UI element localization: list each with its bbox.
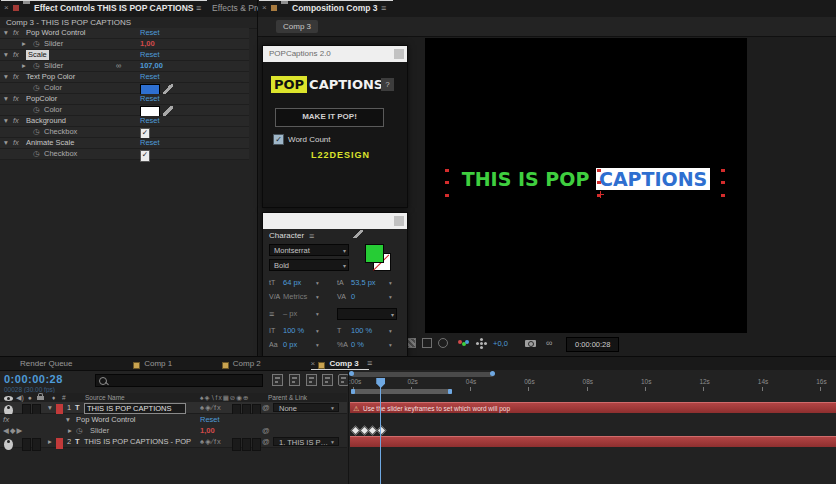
twirl-down-icon[interactable]: ▾ — [4, 50, 8, 60]
magnification-icon[interactable] — [438, 338, 448, 348]
timeline-timecode[interactable]: 0:00:00:28 — [4, 373, 63, 385]
reset-link[interactable]: Reset — [140, 28, 160, 38]
constrain-link-icon[interactable]: ∞ — [116, 61, 120, 71]
effect-row-animate-scale[interactable]: ▾fxAnimate ScaleReset — [0, 138, 249, 149]
selection-handle[interactable] — [445, 194, 449, 197]
selection-handle[interactable] — [445, 181, 449, 184]
layer2-duration-bar[interactable] — [350, 436, 836, 447]
parent-dropdown[interactable]: 1. THIS IS P…▼ — [273, 437, 339, 446]
tsume-value[interactable]: 0 % — [351, 339, 364, 351]
selection-handle[interactable] — [445, 169, 449, 172]
layer1-duration-bar[interactable]: ⚠ Use the slider keyframes to set which … — [350, 402, 836, 413]
close-icon[interactable]: × — [4, 0, 9, 16]
effect-row-color[interactable]: ◷Color — [0, 83, 249, 94]
selection-handle[interactable] — [721, 169, 725, 172]
parent-dropdown[interactable]: None▼ — [273, 403, 339, 412]
layer-row-2[interactable]: ▸ 2 T THIS IS POP CAPTIONS - POP ♠◈∕fx @… — [0, 436, 347, 448]
twirl-down-icon[interactable]: ▾ — [66, 414, 70, 425]
selection-handle[interactable] — [721, 181, 725, 184]
layer-name-input[interactable]: THIS IS POP CAPTIONS — [84, 403, 186, 414]
parent-pickwhip-icon[interactable]: @ — [262, 436, 270, 447]
tracking-value[interactable]: 0 — [351, 291, 355, 303]
help-button[interactable]: ? — [381, 78, 394, 91]
camera-icon[interactable] — [525, 340, 536, 347]
character-menu-icon[interactable]: ≡ — [309, 231, 314, 241]
effect-row-pop-word-control[interactable]: ▾fxPop Word ControlReset — [0, 28, 249, 39]
tracking-dropdown-icon[interactable]: ▾ — [389, 291, 392, 303]
switch-box[interactable] — [232, 438, 241, 451]
comp-selector-button[interactable]: Comp 3 — [276, 20, 318, 33]
parent-link-header[interactable]: Parent & Link — [268, 393, 307, 402]
twirl-down-icon[interactable]: ▾ — [4, 138, 8, 148]
effect-row-checkbox[interactable]: ◷Checkbox✓ — [0, 149, 249, 160]
reset-link[interactable]: Reset — [200, 414, 220, 425]
motion-blur-icon[interactable] — [322, 374, 333, 386]
effect-row-checkbox[interactable]: ◷Checkbox✓ — [0, 127, 249, 138]
switch-box[interactable] — [22, 438, 31, 451]
keyframe-navigator[interactable]: ◀◆▶ — [3, 425, 23, 436]
twirl-down-icon[interactable]: ▾ — [4, 116, 8, 126]
tab-composition[interactable]: Composition Comp 3 — [292, 0, 377, 16]
reset-link[interactable]: Reset — [140, 72, 160, 82]
layer-row-1[interactable]: ▾ 1 T THIS IS POP CAPTIONS ♠◈∕fx @ None▼ — [0, 402, 347, 414]
font-style-dropdown[interactable]: Bold▾ — [269, 259, 349, 271]
stopwatch-icon[interactable]: ◷ — [76, 425, 83, 436]
eyedropper-icon[interactable] — [163, 106, 173, 116]
fill-color-swatch[interactable] — [365, 244, 384, 263]
snapshot-icon[interactable] — [480, 342, 483, 345]
switch-box[interactable] — [252, 438, 261, 451]
stroke-width-value[interactable]: – px — [283, 308, 297, 320]
horizontal-scale-value[interactable]: 100 % — [351, 325, 372, 337]
panel-menu-icon[interactable]: ≡ — [196, 0, 201, 16]
popcaptions-titlebar[interactable]: POPCaptions 2.0 — [263, 46, 407, 62]
timeline-tab-comp-1[interactable]: Comp 1 — [144, 357, 172, 370]
eyedropper-icon[interactable] — [163, 84, 173, 94]
effect-row-text-pop-color[interactable]: ▾fxText Pop ColorReset — [0, 72, 249, 83]
leading-value[interactable]: 53,5 px — [351, 277, 376, 289]
work-area-start-handle[interactable] — [351, 389, 355, 394]
timeline-tab-comp-2[interactable]: Comp 2 — [233, 357, 261, 370]
panel-menu-icon[interactable]: ≡ — [381, 0, 386, 16]
font-size-dropdown-icon[interactable]: ▾ — [316, 277, 319, 289]
selection-handle[interactable] — [721, 194, 725, 197]
stroke-width-dropdown-icon[interactable]: ▾ — [316, 308, 319, 320]
timeline-search-input[interactable] — [95, 374, 263, 387]
tab-effect-controls[interactable]: Effect Controls THIS IS POP CAPTIONS — [34, 0, 193, 16]
property-checkbox[interactable]: ✓ — [140, 150, 150, 162]
parent-pickwhip-icon[interactable]: @ — [262, 425, 270, 436]
stopwatch-icon[interactable]: ◷ — [33, 127, 40, 137]
twirl-down-icon[interactable]: ▾ — [4, 94, 8, 104]
twirl-right-icon[interactable]: ▸ — [48, 436, 52, 447]
effect-row-scale[interactable]: ▾fxScaleReset — [0, 50, 249, 61]
font-size-value[interactable]: 64 px — [283, 277, 301, 289]
zoom-handle-right[interactable] — [490, 371, 495, 376]
stopwatch-icon[interactable]: ◷ — [33, 83, 40, 93]
slider-value[interactable]: 107,00 — [140, 61, 163, 71]
close-icon[interactable]: × — [262, 0, 267, 16]
slider-value[interactable]: 1,00 — [140, 39, 155, 49]
parent-pickwhip-icon[interactable]: @ — [262, 402, 270, 413]
kerning-dropdown-icon[interactable]: ▾ — [316, 291, 319, 303]
twirl-down-icon[interactable]: ▾ — [4, 72, 8, 82]
effect-row-popcolor[interactable]: ▾fxPopColorReset — [0, 94, 249, 105]
effect-row-background[interactable]: ▾fxBackgroundReset — [0, 116, 249, 127]
timeline-tab-render-queue[interactable]: Render Queue — [20, 357, 72, 370]
region-of-interest-icon[interactable] — [422, 338, 432, 348]
exposure-value[interactable]: +0,0 — [493, 339, 508, 348]
effect-row-slider[interactable]: ▸◷Slider1,00 — [0, 39, 249, 50]
composition-canvas[interactable]: THIS IS POP CAPTIONS — [425, 38, 747, 333]
eyedropper-icon[interactable] — [353, 230, 363, 238]
twirl-right-icon[interactable]: ▸ — [68, 425, 72, 436]
selection-handle[interactable] — [597, 169, 601, 172]
reset-link[interactable]: Reset — [140, 116, 160, 126]
zoom-handle-left[interactable] — [349, 371, 354, 376]
effect-row-slider[interactable]: ▸◷Slider∞107,00 — [0, 61, 249, 72]
vertical-scale-value[interactable]: 100 % — [283, 325, 304, 337]
character-titlebar[interactable] — [263, 213, 407, 229]
switch-box[interactable] — [32, 438, 41, 451]
horizontal-scale-dropdown-icon[interactable]: ▾ — [389, 325, 392, 337]
channel-rgb-icon[interactable] — [458, 340, 470, 348]
twirl-down-icon[interactable]: ▾ — [48, 402, 52, 413]
view-link-icon[interactable]: ∞ — [546, 338, 552, 348]
anchor-point-icon[interactable] — [597, 191, 604, 198]
